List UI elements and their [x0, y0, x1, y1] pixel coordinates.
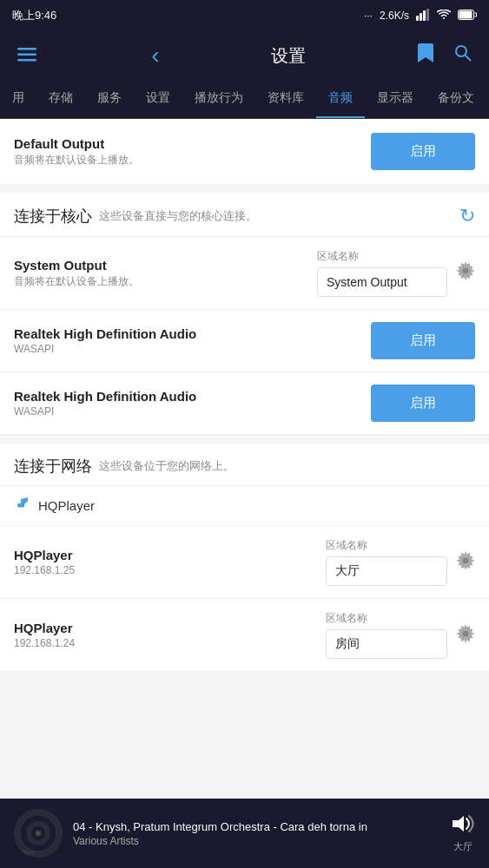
network-section-desc: 这些设备位于您的网络上。: [99, 458, 235, 474]
svg-rect-8: [17, 59, 36, 62]
system-output-domain-input[interactable]: [317, 267, 447, 297]
player-artist: Various Artists: [73, 835, 440, 847]
svg-text:家电论坛: 家电论坛: [18, 850, 36, 855]
hqplayer-1-title: HQPlayer: [14, 548, 326, 562]
menu-icon: [17, 44, 36, 66]
status-dots: ···: [364, 10, 373, 22]
core-section-desc: 这些设备直接与您的核心连接。: [99, 208, 257, 224]
status-signal: [416, 9, 430, 23]
realtek-1-enable-button[interactable]: 启用: [371, 322, 475, 359]
hqplayer-brand-icon: [14, 495, 31, 516]
realtek-1-subtitle: WASAPI: [14, 343, 196, 355]
page-title: 设置: [271, 44, 307, 68]
status-battery: [458, 10, 477, 23]
nav-tabs: 用 存储 服务 设置 播放行为 资料库 音频 显示器 备份文: [0, 80, 489, 119]
search-button[interactable]: [451, 41, 475, 70]
hqplayer-2-left: HQPlayer 192.168.1.24: [14, 621, 326, 649]
system-output-right: 区域名称: [317, 249, 475, 297]
system-output-left: System Output 音频将在默认设备上播放。: [14, 258, 317, 289]
svg-point-9: [456, 46, 466, 56]
core-section: 连接于核心 这些设备直接与您的核心连接。 ↻ System Output 音频将…: [0, 193, 489, 435]
default-output-title: Default Output: [14, 136, 139, 151]
tab-backup[interactable]: 备份文: [426, 80, 486, 118]
hqplayer-2-domain-group: 区域名称: [326, 611, 447, 659]
hqplayer-1-domain-input[interactable]: [326, 556, 447, 586]
status-time: 晚上9:46: [12, 8, 56, 23]
hqplayer-1-right: 区域名称: [326, 538, 475, 586]
hqplayer-device-1: HQPlayer 192.168.1.25 区域名称: [0, 526, 489, 599]
hqplayer-1-subtitle: 192.168.1.25: [14, 564, 326, 576]
status-network: 2.6K/s: [380, 10, 409, 22]
svg-rect-2: [423, 10, 426, 21]
hqplayer-brand-row: HQPlayer: [0, 486, 489, 526]
refresh-icon[interactable]: ↻: [459, 205, 475, 227]
hqplayer-1-gear-icon[interactable]: [456, 551, 475, 574]
svg-rect-0: [416, 16, 419, 21]
system-output-gear-icon[interactable]: [456, 261, 475, 286]
core-section-header: 连接于核心 这些设备直接与您的核心连接。 ↻: [0, 193, 489, 237]
player-controls-right: 大厅: [451, 814, 475, 853]
tab-use[interactable]: 用: [0, 80, 36, 118]
hqplayer-2-title: HQPlayer: [14, 621, 326, 635]
bookmark-button[interactable]: [414, 40, 437, 71]
player-album-art[interactable]: 家电论坛: [14, 809, 63, 858]
hqplayer-2-domain-label: 区域名称: [326, 611, 447, 626]
svg-rect-3: [426, 9, 429, 21]
core-section-title: 连接于核心: [14, 206, 92, 227]
content-area: Default Output 音频将在默认设备上播放。 启用 连接于核心 这些设…: [0, 119, 489, 741]
network-section-title: 连接于网络: [14, 456, 92, 477]
realtek-2-text: Realtek High Definition Audio WASAPI: [14, 389, 196, 418]
realtek-device-2: Realtek High Definition Audio WASAPI 启用: [0, 372, 489, 435]
tab-display[interactable]: 显示器: [365, 80, 426, 118]
system-output-domain-label: 区域名称: [317, 249, 447, 264]
svg-point-19: [36, 832, 40, 835]
svg-rect-6: [17, 48, 36, 50]
realtek-device-1: Realtek High Definition Audio WASAPI 启用: [0, 310, 489, 372]
tab-storage[interactable]: 存储: [36, 80, 85, 118]
realtek-2-subtitle: WASAPI: [14, 405, 196, 418]
album-inner: 家电论坛: [14, 809, 63, 858]
default-output-enable-button[interactable]: 启用: [371, 133, 475, 170]
hqplayer-1-domain-label: 区域名称: [326, 538, 447, 553]
player-zone: 大厅: [453, 840, 472, 853]
network-section-header: 连接于网络 这些设备位于您的网络上。: [0, 444, 489, 486]
system-output-domain-group: 区域名称: [317, 249, 447, 297]
tab-service[interactable]: 服务: [85, 80, 134, 118]
system-output-row: System Output 音频将在默认设备上播放。 区域名称: [0, 237, 489, 310]
hqplayer-2-subtitle: 192.168.1.24: [14, 637, 326, 649]
system-output-title: System Output: [14, 258, 317, 273]
svg-line-10: [466, 56, 471, 61]
realtek-2-title: Realtek High Definition Audio: [14, 389, 196, 404]
svg-rect-5: [459, 10, 472, 18]
hqplayer-2-right: 区域名称: [326, 611, 475, 659]
hqplayer-brand-name: HQPlayer: [38, 498, 95, 513]
tab-audio[interactable]: 音频: [316, 80, 365, 118]
default-output-section: Default Output 音频将在默认设备上播放。 启用: [0, 119, 489, 184]
menu-button[interactable]: [14, 41, 40, 70]
network-section: 连接于网络 这些设备位于您的网络上。 HQPlayer HQPlayer 192…: [0, 444, 489, 672]
realtek-2-enable-button[interactable]: 启用: [371, 385, 475, 422]
back-button[interactable]: ‹: [148, 38, 162, 73]
system-output-subtitle: 音频将在默认设备上播放。: [14, 274, 317, 289]
tab-settings[interactable]: 设置: [134, 80, 182, 118]
hqplayer-2-domain-input[interactable]: [326, 629, 447, 659]
player-bar: 家电论坛 04 - Knysh, Pratum Integrum Orchest…: [0, 799, 489, 868]
player-info: 04 - Knysh, Pratum Integrum Orchestra - …: [73, 819, 440, 847]
default-output-text: Default Output 音频将在默认设备上播放。: [14, 136, 139, 168]
status-right: ··· 2.6K/s: [364, 9, 477, 23]
top-bar-actions: [414, 40, 475, 71]
top-bar: ‹ 设置: [0, 31, 489, 80]
volume-icon[interactable]: [451, 814, 475, 838]
tab-library[interactable]: 资料库: [255, 80, 316, 118]
player-track: 04 - Knysh, Pratum Integrum Orchestra - …: [73, 819, 440, 835]
status-bar: 晚上9:46 ··· 2.6K/s: [0, 0, 489, 31]
tab-playback[interactable]: 播放行为: [182, 80, 255, 118]
svg-rect-1: [420, 13, 422, 21]
hqplayer-1-left: HQPlayer 192.168.1.25: [14, 548, 326, 576]
svg-rect-7: [17, 54, 36, 56]
realtek-1-text: Realtek High Definition Audio WASAPI: [14, 326, 196, 355]
default-output-subtitle: 音频将在默认设备上播放。: [14, 153, 139, 168]
hqplayer-2-gear-icon[interactable]: [456, 624, 475, 647]
hqplayer-device-2: HQPlayer 192.168.1.24 区域名称: [0, 599, 489, 672]
status-wifi: [437, 10, 451, 23]
